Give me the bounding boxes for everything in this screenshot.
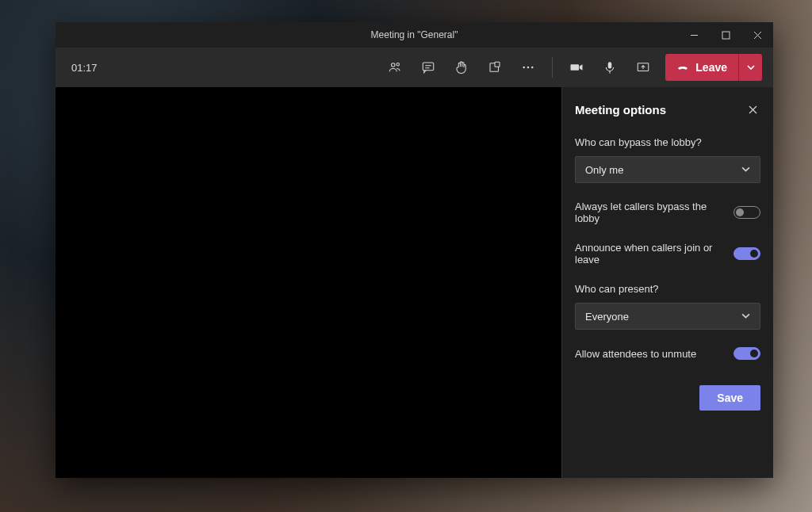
video-stage xyxy=(56,87,561,478)
svg-rect-1 xyxy=(722,32,730,39)
leave-button-group: Leave xyxy=(665,54,762,81)
svg-point-13 xyxy=(531,67,534,69)
microphone-icon[interactable] xyxy=(594,52,626,83)
present-label: Who can present? xyxy=(575,283,760,295)
leave-caret-button[interactable] xyxy=(738,54,762,81)
meeting-options-panel: Meeting options Who can bypass the lobby… xyxy=(561,87,773,478)
callers-bypass-row: Always let callers bypass the lobby xyxy=(575,201,760,224)
unmute-row: Allow attendees to unmute xyxy=(575,347,760,360)
window-controls xyxy=(678,22,773,48)
window-title: Meeting in "General" xyxy=(371,29,458,40)
unmute-toggle[interactable] xyxy=(733,347,760,360)
titlebar: Meeting in "General" xyxy=(56,22,773,48)
close-panel-button[interactable] xyxy=(745,101,760,117)
chat-icon[interactable] xyxy=(412,52,444,83)
bypass-lobby-label: Who can bypass the lobby? xyxy=(575,136,760,148)
chevron-down-icon xyxy=(741,311,750,323)
toolbar-separator xyxy=(552,57,553,78)
people-icon[interactable] xyxy=(379,52,411,83)
present-dropdown[interactable]: Everyone xyxy=(575,303,760,330)
bypass-lobby-value: Only me xyxy=(585,164,623,176)
meeting-toolbar: 01:17 xyxy=(56,48,773,87)
maximize-button[interactable] xyxy=(710,22,741,48)
announce-row: Announce when callers join or leave xyxy=(575,242,760,266)
svg-point-4 xyxy=(392,63,396,67)
camera-icon[interactable] xyxy=(561,52,592,83)
share-screen-icon[interactable] xyxy=(627,52,659,83)
announce-label: Announce when callers join or leave xyxy=(575,242,724,266)
more-icon[interactable] xyxy=(512,52,544,83)
svg-point-11 xyxy=(523,67,526,69)
breakout-rooms-icon[interactable] xyxy=(479,52,511,83)
leave-button[interactable]: Leave xyxy=(665,54,738,81)
leave-label: Leave xyxy=(695,61,727,74)
callers-bypass-label: Always let callers bypass the lobby xyxy=(575,201,724,224)
chevron-down-icon xyxy=(741,164,750,176)
call-timer: 01:17 xyxy=(71,62,98,74)
raise-hand-icon[interactable] xyxy=(446,52,477,83)
bypass-lobby-dropdown[interactable]: Only me xyxy=(575,156,760,183)
panel-title: Meeting options xyxy=(575,103,666,117)
hangup-icon xyxy=(676,60,689,75)
announce-toggle[interactable] xyxy=(733,247,760,260)
minimize-button[interactable] xyxy=(678,22,710,48)
save-button[interactable]: Save xyxy=(699,385,760,411)
body-area: Meeting options Who can bypass the lobby… xyxy=(56,87,773,478)
unmute-label: Allow attendees to unmute xyxy=(575,348,724,360)
meeting-window: Meeting in "General" 01:17 xyxy=(56,22,773,478)
svg-point-12 xyxy=(527,67,530,69)
close-window-button[interactable] xyxy=(741,22,773,48)
toolbar-icon-group-left xyxy=(379,52,544,83)
svg-rect-14 xyxy=(608,62,612,68)
callers-bypass-toggle[interactable] xyxy=(733,206,760,219)
svg-rect-10 xyxy=(495,62,500,67)
svg-point-5 xyxy=(396,63,399,66)
save-row: Save xyxy=(575,385,760,411)
toolbar-icon-group-right xyxy=(561,52,659,83)
present-value: Everyone xyxy=(585,311,629,323)
panel-header: Meeting options xyxy=(575,101,760,117)
svg-rect-6 xyxy=(423,63,435,71)
